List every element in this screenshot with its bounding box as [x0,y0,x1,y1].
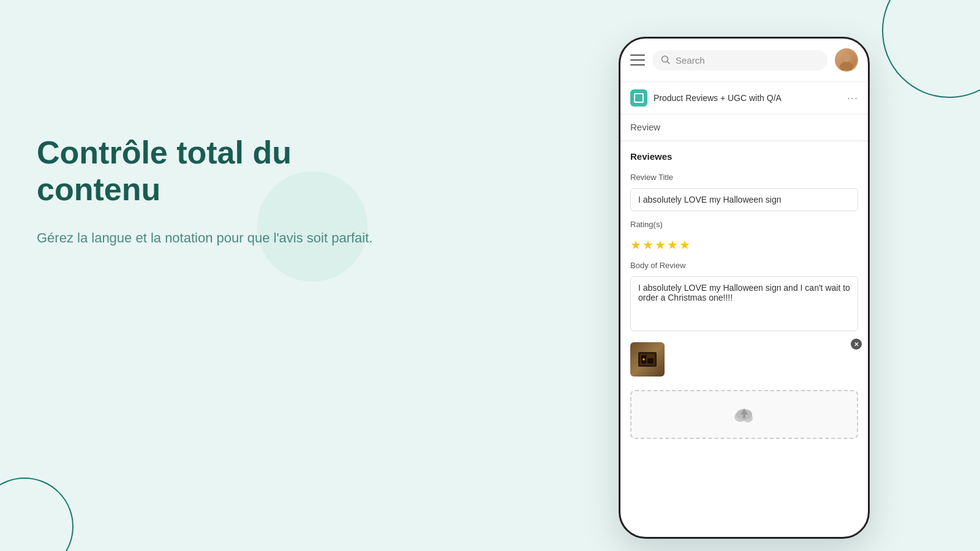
bg-circle-top-right [882,0,980,98]
rating-label: Rating(s) [630,220,858,229]
section-title: Reviewes [630,151,858,162]
review-tab[interactable]: Review [620,114,868,141]
image-thumbnail-container: ✕ [630,342,858,377]
avatar [835,48,858,72]
section-reviewes: Reviewes [630,151,858,164]
bg-circle-bottom-left [0,478,74,551]
phone-header: Search [620,39,868,82]
search-icon [661,55,671,65]
star-3[interactable]: ★ [655,238,666,252]
body-review-label: Body of Review [630,261,858,270]
search-placeholder: Search [676,55,705,66]
main-title: Contrôle total du contenu [37,135,380,208]
app-icon [630,89,647,107]
app-icon-inner [634,93,644,103]
upload-cloud-icon [731,403,758,425]
review-tab-label: Review [630,122,660,132]
body-review-field: Body of Review I absolutely LOVE my Hall… [630,261,858,331]
body-review-textarea[interactable]: I absolutely LOVE my Halloween sign and … [630,276,858,331]
review-title-label: Review Title [630,173,858,182]
phone-frame: Search Product Reviews + UGC with Q/A ··… [619,37,870,539]
phone-container: Search Product Reviews + UGC with Q/A ··… [619,37,870,539]
more-options-button[interactable]: ··· [847,92,858,105]
image-thumbnail [630,342,665,377]
star-4[interactable]: ★ [667,238,678,252]
phone-content: Reviewes Review Title I absolutely LOVE … [620,141,868,537]
review-title-field: Review Title I absolutely LOVE my Hallow… [630,173,858,211]
left-content: Contrôle total du contenu Gérez la langu… [37,135,380,248]
svg-line-1 [668,62,670,64]
svg-point-9 [643,359,644,360]
review-title-input[interactable]: I absolutely LOVE my Halloween sign [630,188,858,211]
upload-area[interactable] [630,390,858,439]
app-name: Product Reviews + UGC with Q/A [654,93,841,103]
svg-rect-7 [647,358,654,364]
avatar-image [836,50,857,70]
star-5[interactable]: ★ [679,238,690,252]
rating-stars[interactable]: ★ ★ ★ ★ ★ [630,238,858,252]
rating-field: Rating(s) ★ ★ ★ ★ ★ [630,220,858,252]
star-1[interactable]: ★ [630,238,641,252]
svg-rect-14 [743,413,745,418]
star-2[interactable]: ★ [643,238,654,252]
search-bar[interactable]: Search [652,50,827,70]
svg-point-3 [840,62,853,70]
app-row: Product Reviews + UGC with Q/A ··· [620,82,868,114]
hamburger-icon[interactable] [630,54,645,66]
thumbnail-inner [630,342,665,377]
subtitle: Gérez la langue et la notation pour que … [37,228,380,248]
remove-thumbnail-button[interactable]: ✕ [851,339,862,350]
svg-point-2 [842,53,851,62]
